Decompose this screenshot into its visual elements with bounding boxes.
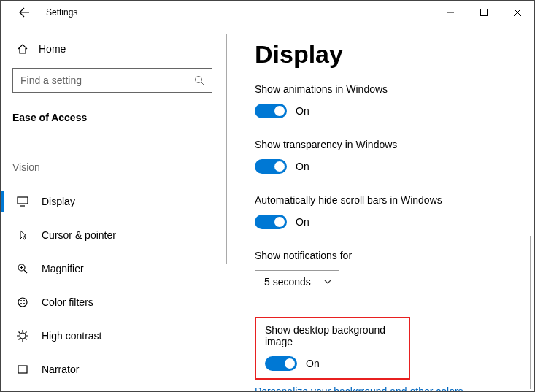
toggle-state: On <box>296 161 309 172</box>
highlighted-setting: Show desktop background image On <box>255 317 410 380</box>
svg-point-4 <box>18 298 27 307</box>
svg-rect-10 <box>18 366 27 373</box>
svg-point-6 <box>23 300 25 301</box>
nav-item-narrator[interactable]: Narrator <box>1 353 224 386</box>
svg-rect-0 <box>481 9 488 16</box>
setting-label: Automatically hide scroll bars in Window… <box>255 194 534 206</box>
window-controls <box>434 1 534 24</box>
group-header: Ease of Access <box>1 109 224 123</box>
app-title: Settings <box>46 7 77 18</box>
setting-label: Show transparency in Windows <box>255 139 534 150</box>
setting-label: Show notifications for <box>255 250 534 261</box>
svg-point-7 <box>20 303 22 304</box>
dropdown-value: 5 seconds <box>264 276 311 288</box>
nav-item-label: High contrast <box>42 330 101 342</box>
nav-item-cursor-pointer[interactable]: Cursor & pointer <box>1 218 224 252</box>
nav-item-display[interactable]: Display <box>1 185 224 218</box>
toggle-state: On <box>306 358 320 369</box>
nav-item-label: Narrator <box>42 364 79 375</box>
toggle-desktop-bg[interactable] <box>265 356 297 371</box>
main-scrollbar[interactable] <box>530 236 531 389</box>
nav-item-label: Color filters <box>42 296 93 308</box>
nav-item-label: Magnifier <box>42 263 84 274</box>
svg-rect-2 <box>18 197 28 204</box>
group-label-vision: Vision <box>1 161 224 173</box>
home-label: Home <box>39 43 66 55</box>
nav-item-magnifier[interactable]: Magnifier <box>1 252 224 285</box>
nav-item-label: Cursor & pointer <box>42 229 116 241</box>
magnifier-icon <box>17 263 28 274</box>
notification-duration-dropdown[interactable]: 5 seconds <box>255 270 339 293</box>
minimize-button[interactable] <box>434 1 467 24</box>
display-icon <box>17 196 28 207</box>
nav-item-color-filters[interactable]: Color filters <box>1 285 224 319</box>
maximize-icon <box>480 9 488 16</box>
chevron-down-icon <box>324 280 331 284</box>
close-icon <box>514 9 521 16</box>
maximize-button[interactable] <box>467 1 501 24</box>
back-arrow-icon <box>18 7 30 18</box>
search-input[interactable]: Find a setting <box>12 68 212 93</box>
home-nav[interactable]: Home <box>1 34 224 64</box>
setting-label: Show desktop background image <box>265 324 400 347</box>
toggle-state: On <box>296 105 309 117</box>
home-icon <box>17 43 28 55</box>
color-filters-icon <box>17 296 28 308</box>
svg-point-1 <box>196 77 202 83</box>
page-title: Display <box>255 40 534 69</box>
close-button[interactable] <box>501 1 534 24</box>
svg-point-8 <box>23 303 25 304</box>
narrator-icon <box>17 364 28 375</box>
back-button[interactable] <box>17 7 31 18</box>
main-content: Display Show animations in Windows On Sh… <box>224 24 534 392</box>
nav-list: Display Cursor & pointer Magnifier Color… <box>1 185 224 386</box>
setting-label: Show animations in Windows <box>255 83 534 95</box>
high-contrast-icon <box>17 330 28 342</box>
nav-item-label: Display <box>42 196 75 207</box>
toggle-animations[interactable] <box>255 104 287 118</box>
personalize-link[interactable]: Personalize your background and other co… <box>255 385 534 392</box>
search-placeholder: Find a setting <box>20 74 82 86</box>
titlebar: Settings <box>1 1 534 24</box>
cursor-icon <box>17 229 28 241</box>
search-icon <box>194 75 204 85</box>
toggle-transparency[interactable] <box>255 159 287 174</box>
svg-point-9 <box>20 333 26 339</box>
sidebar: Home Find a setting Ease of Access Visio… <box>1 24 224 392</box>
minimize-icon <box>447 9 454 16</box>
svg-point-5 <box>20 300 22 301</box>
nav-item-high-contrast[interactable]: High contrast <box>1 319 224 353</box>
toggle-state: On <box>296 216 309 228</box>
toggle-scrollbars[interactable] <box>255 215 287 229</box>
